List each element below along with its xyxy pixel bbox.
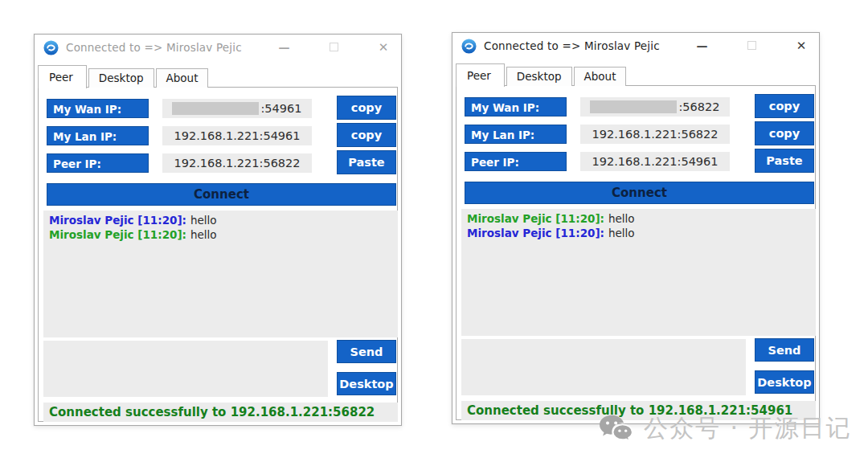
tab-desktop[interactable]: Desktop [506, 67, 572, 86]
copy-wan-button[interactable]: copy [337, 96, 396, 120]
maximize-button [738, 36, 765, 55]
chat-window-right: Connected to => Miroslav Pejic — ✕ Peer … [452, 32, 820, 424]
message-sender: Miroslav Pejic [11:20]: [49, 214, 186, 227]
connect-button[interactable]: Connect [47, 183, 396, 206]
chat-message: Miroslav Pejic [11:20]:hello [49, 214, 392, 228]
title-bar[interactable]: Connected to => Miroslav Pejic — ✕ [452, 33, 819, 59]
tab-peer[interactable]: Peer [38, 65, 87, 88]
close-button[interactable]: ✕ [370, 38, 397, 57]
lan-ip-label: My Lan IP: [465, 125, 567, 144]
lan-ip-value[interactable]: 192.168.1.221:56822 [580, 125, 730, 144]
message-sender: Miroslav Pejic [11:20]: [467, 227, 604, 239]
tab-peer[interactable]: Peer [456, 63, 505, 87]
chat-log[interactable]: Miroslav Pejic [11:20]:hello Miroslav Pe… [43, 211, 398, 337]
window-title: Connected to => Miroslav Pejic [484, 39, 660, 52]
peer-ip-label: Peer IP: [465, 152, 567, 171]
chat-log[interactable]: Miroslav Pejic [11:20]:hello Miroslav Pe… [461, 209, 816, 336]
tab-strip: Peer Desktop About [38, 65, 210, 88]
copy-wan-button[interactable]: copy [755, 94, 814, 118]
desktop-button[interactable]: Desktop [337, 372, 396, 395]
close-button[interactable]: ✕ [788, 36, 815, 55]
tab-about[interactable]: About [574, 67, 627, 86]
wan-ip-label: My Wan IP: [47, 99, 149, 118]
message-sender: Miroslav Pejic [11:20]: [49, 228, 186, 241]
wan-ip-value[interactable]: :56822 [580, 97, 730, 117]
message-text: hello [608, 227, 635, 239]
message-text: hello [190, 228, 217, 241]
peer-ip-label: Peer IP: [47, 153, 149, 173]
maximize-icon [747, 41, 756, 50]
connect-button[interactable]: Connect [465, 182, 814, 204]
desktop-button[interactable]: Desktop [755, 370, 814, 394]
maximize-button [320, 38, 347, 57]
copy-lan-button[interactable]: copy [337, 123, 396, 147]
chat-message: Miroslav Pejic [11:20]:hello [467, 227, 810, 241]
peer-tab-panel: My Wan IP: :54961 copy My Lan IP: 192.16… [38, 87, 398, 422]
app-icon [461, 39, 477, 54]
message-sender: Miroslav Pejic [11:20]: [467, 212, 604, 225]
paste-button[interactable]: Paste [755, 149, 814, 173]
tab-strip: Peer Desktop About [456, 63, 628, 86]
wan-ip-value[interactable]: :54961 [162, 99, 312, 118]
window-title: Connected to => Miroslav Pejic [66, 41, 242, 54]
message-text: hello [608, 212, 635, 225]
peer-ip-value[interactable]: 192.168.1.221:54961 [580, 152, 730, 171]
chat-window-left: Connected to => Miroslav Pejic — ✕ Peer … [34, 34, 402, 426]
lan-ip-value[interactable]: 192.168.1.221:54961 [162, 126, 312, 145]
status-bar: Connected successfully to 192.168.1.221:… [43, 403, 398, 422]
minimize-button[interactable]: — [270, 38, 297, 57]
lan-ip-label: My Lan IP: [47, 126, 149, 145]
redacted-ip-mask [590, 100, 677, 113]
redacted-ip-mask [172, 102, 259, 115]
peer-ip-value[interactable]: 192.168.1.221:56822 [162, 153, 312, 173]
status-bar: Connected successfully to 192.168.1.221:… [461, 401, 816, 420]
peer-tab-panel: My Wan IP: :56822 copy My Lan IP: 192.16… [456, 85, 816, 420]
message-input[interactable] [43, 341, 328, 397]
minimize-button[interactable]: — [688, 36, 715, 55]
tab-about[interactable]: About [156, 68, 209, 88]
chat-message: Miroslav Pejic [11:20]:hello [49, 228, 392, 243]
app-icon [43, 40, 59, 55]
copy-lan-button[interactable]: copy [755, 121, 814, 145]
wan-ip-label: My Wan IP: [465, 97, 567, 117]
message-input[interactable] [461, 339, 746, 395]
send-button[interactable]: Send [337, 340, 396, 363]
tab-desktop[interactable]: Desktop [88, 68, 154, 88]
paste-button[interactable]: Paste [337, 150, 396, 174]
title-bar[interactable]: Connected to => Miroslav Pejic — ✕ [35, 35, 401, 60]
desktop-background: Connected to => Miroslav Pejic — ✕ Peer … [0, 0, 868, 462]
wan-ip-port: :54961 [260, 100, 301, 118]
message-text: hello [190, 214, 217, 227]
chat-message: Miroslav Pejic [11:20]:hello [467, 212, 810, 227]
maximize-icon [330, 43, 338, 51]
send-button[interactable]: Send [755, 338, 814, 362]
wan-ip-port: :56822 [678, 98, 719, 117]
